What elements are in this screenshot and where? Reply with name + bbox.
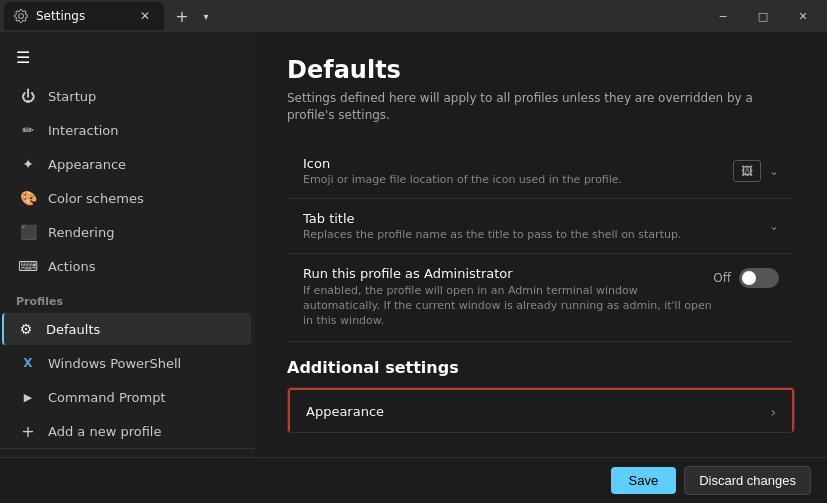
sidebar-item-actions-label: Actions — [48, 259, 96, 274]
additional-settings-title: Additional settings — [287, 358, 795, 377]
sidebar-item-defaults[interactable]: ⚙ Defaults — [2, 313, 251, 345]
main-layout: ☰ ⏻ Startup ✏ Interaction ✦ Appearance 🎨… — [0, 32, 827, 457]
sidebar-item-powershell[interactable]: X Windows PowerShell — [4, 347, 251, 379]
tab-label: Settings — [36, 9, 128, 23]
settings-row-tab-title-left: Tab title Replaces the profile name as t… — [303, 211, 681, 241]
content-area: Defaults Settings defined here will appl… — [255, 32, 827, 457]
settings-row-tab-title-desc: Replaces the profile name as the title t… — [303, 228, 681, 241]
settings-row-admin-desc: If enabled, the profile will open in an … — [303, 283, 713, 329]
save-button[interactable]: Save — [611, 467, 677, 494]
settings-row-tab-title-title: Tab title — [303, 211, 681, 226]
sidebar-item-interaction[interactable]: ✏ Interaction — [4, 114, 251, 146]
settings-row-admin-right: Off — [713, 268, 779, 288]
actions-icon: ⌨ — [20, 258, 36, 274]
additional-row-appearance-label: Appearance — [306, 404, 384, 419]
sidebar: ☰ ⏻ Startup ✏ Interaction ✦ Appearance 🎨… — [0, 32, 255, 457]
sidebar-item-cmd-label: Command Prompt — [48, 390, 166, 405]
sidebar-item-startup-label: Startup — [48, 89, 96, 104]
sidebar-item-interaction-label: Interaction — [48, 123, 119, 138]
titlebar: Settings ✕ + ▾ ─ □ ✕ — [0, 0, 827, 32]
settings-row-admin-title: Run this profile as Administrator — [303, 266, 713, 281]
sidebar-item-add-profile-label: Add a new profile — [48, 424, 161, 439]
sidebar-item-powershell-label: Windows PowerShell — [48, 356, 181, 371]
admin-toggle[interactable] — [739, 268, 779, 288]
sidebar-item-color-schemes-label: Color schemes — [48, 191, 144, 206]
settings-row-icon-right: 🖼 ⌄ — [733, 160, 779, 182]
settings-row-icon-left: Icon Emoji or image file location of the… — [303, 156, 622, 186]
rendering-icon: ⬛ — [20, 224, 36, 240]
settings-row-admin[interactable]: Run this profile as Administrator If ena… — [287, 254, 795, 342]
sidebar-item-appearance[interactable]: ✦ Appearance — [4, 148, 251, 180]
sidebar-item-rendering[interactable]: ⬛ Rendering — [4, 216, 251, 248]
startup-icon: ⏻ — [20, 88, 36, 104]
window-close-button[interactable]: ✕ — [783, 0, 823, 32]
sidebar-item-startup[interactable]: ⏻ Startup — [4, 80, 251, 112]
sidebar-item-rendering-label: Rendering — [48, 225, 114, 240]
settings-row-tab-title[interactable]: Tab title Replaces the profile name as t… — [287, 199, 795, 254]
new-tab-dropdown[interactable]: ▾ — [196, 2, 216, 30]
sidebar-item-appearance-label: Appearance — [48, 157, 126, 172]
add-profile-icon: + — [20, 423, 36, 439]
sidebar-item-cmd[interactable]: ▶ Command Prompt — [4, 381, 251, 413]
icon-row-chevron: ⌄ — [769, 164, 779, 178]
icon-box[interactable]: 🖼 — [733, 160, 761, 182]
sidebar-bottom: ⚙ Open JSON file — [0, 448, 255, 457]
profiles-section-label: Profiles — [0, 283, 255, 312]
settings-row-icon-title: Icon — [303, 156, 622, 171]
settings-row-admin-left: Run this profile as Administrator If ena… — [303, 266, 713, 329]
footer: Save Discard changes — [0, 457, 827, 503]
sidebar-item-defaults-label: Defaults — [46, 322, 100, 337]
defaults-icon: ⚙ — [18, 321, 34, 337]
sidebar-item-actions[interactable]: ⌨ Actions — [4, 250, 251, 282]
settings-row-icon[interactable]: Icon Emoji or image file location of the… — [287, 144, 795, 199]
cmd-icon: ▶ — [20, 389, 36, 405]
settings-row-icon-desc: Emoji or image file location of the icon… — [303, 173, 622, 186]
sidebar-item-add-profile[interactable]: + Add a new profile — [4, 415, 251, 447]
settings-row-tab-title-right: ⌄ — [769, 219, 779, 233]
page-subtitle: Settings defined here will apply to all … — [287, 90, 795, 124]
tab-title-chevron: ⌄ — [769, 219, 779, 233]
new-tab-button[interactable]: + — [168, 2, 196, 30]
settings-tab[interactable]: Settings ✕ — [4, 2, 164, 30]
sidebar-item-color-schemes[interactable]: 🎨 Color schemes — [4, 182, 251, 214]
toggle-label: Off — [713, 271, 731, 285]
hamburger-menu[interactable]: ☰ — [0, 40, 255, 75]
discard-button[interactable]: Discard changes — [684, 466, 811, 495]
maximize-button[interactable]: □ — [743, 0, 783, 32]
interaction-icon: ✏ — [20, 122, 36, 138]
minimize-button[interactable]: ─ — [703, 0, 743, 32]
additional-row-appearance[interactable]: Appearance › — [288, 388, 794, 433]
appearance-icon: ✦ — [20, 156, 36, 172]
powershell-icon: X — [20, 355, 36, 371]
color-schemes-icon: 🎨 — [20, 190, 36, 206]
tab-close-button[interactable]: ✕ — [136, 7, 154, 25]
window-controls: ─ □ ✕ — [703, 0, 823, 32]
additional-settings-box: Appearance › Advanced › — [287, 387, 795, 433]
gear-icon — [14, 9, 28, 23]
additional-row-appearance-chevron: › — [770, 404, 776, 420]
page-title: Defaults — [287, 56, 795, 84]
